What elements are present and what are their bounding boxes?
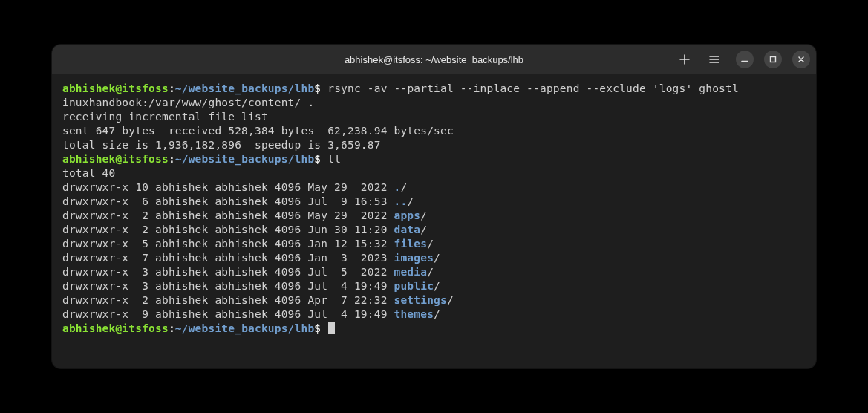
svg-rect-0: [771, 57, 776, 62]
prompt-dollar: $: [314, 82, 321, 94]
file-stat: drwxrwxr-x 9 abhishek abhishek 4096 Jul …: [62, 308, 394, 320]
titlebar-left-controls: [678, 53, 721, 66]
output-line: receiving incremental file list: [62, 110, 806, 124]
output-line: total size is 1,936,182,896 speedup is 3…: [62, 138, 806, 152]
prompt-path: ~/website_backups/lhb: [175, 82, 315, 94]
file-stat: drwxrwxr-x 2 abhishek abhishek 4096 Jun …: [62, 224, 394, 235]
command-line: abhishek@itsfoss:~/website_backups/lhb$ …: [62, 152, 806, 166]
file-stat: drwxrwxr-x 3 abhishek abhishek 4096 Jul …: [62, 266, 394, 278]
list-item: drwxrwxr-x 5 abhishek abhishek 4096 Jan …: [62, 237, 806, 251]
file-name: themes: [394, 308, 434, 320]
list-item: drwxrwxr-x 10 abhishek abhishek 4096 May…: [62, 181, 806, 195]
new-tab-button[interactable]: [678, 53, 691, 66]
prompt-user-host: abhishek@itsfoss: [62, 153, 169, 165]
maximize-icon: [769, 55, 777, 64]
file-suffix: /: [400, 181, 407, 193]
command-line: abhishek@itsfoss:~/website_backups/lhb$: [62, 322, 806, 336]
file-suffix: /: [407, 195, 414, 207]
list-item: drwxrwxr-x 2 abhishek abhishek 4096 Jun …: [62, 223, 806, 237]
terminal-window: abhishek@itsfoss: ~/website_backups/lhb …: [52, 45, 816, 368]
command-wrap: inuxhandbook:/var/www/ghost/content/ .: [62, 96, 806, 110]
file-name: ..: [394, 195, 408, 207]
file-suffix: /: [420, 209, 427, 221]
list-item: drwxrwxr-x 9 abhishek abhishek 4096 Jul …: [62, 308, 806, 322]
plus-icon: [679, 53, 691, 65]
prompt-user-host: abhishek@itsfoss: [62, 322, 169, 334]
cursor: [328, 322, 335, 334]
command-text: rsync -av --partial --inplace --append -…: [321, 82, 739, 94]
hamburger-icon: [708, 53, 720, 65]
prompt-sep: :: [169, 153, 175, 165]
file-name: public: [394, 280, 434, 292]
file-suffix: /: [434, 308, 440, 320]
file-name: settings: [394, 294, 447, 306]
prompt-path: ~/website_backups/lhb: [175, 153, 315, 165]
prompt-user-host: abhishek@itsfoss: [62, 82, 169, 94]
list-item: drwxrwxr-x 3 abhishek abhishek 4096 Jul …: [62, 265, 806, 279]
file-stat: drwxrwxr-x 10 abhishek abhishek 4096 May…: [62, 181, 394, 193]
list-item: drwxrwxr-x 2 abhishek abhishek 4096 Apr …: [62, 293, 806, 308]
list-item: drwxrwxr-x 3 abhishek abhishek 4096 Jul …: [62, 279, 806, 293]
maximize-button[interactable]: [764, 51, 782, 68]
file-stat: drwxrwxr-x 5 abhishek abhishek 4096 Jan …: [62, 238, 394, 250]
file-stat: drwxrwxr-x 2 abhishek abhishek 4096 Apr …: [62, 294, 394, 306]
file-suffix: /: [420, 224, 427, 235]
command-text: ll: [321, 153, 341, 165]
window-controls: [736, 51, 810, 68]
file-suffix: /: [434, 252, 440, 264]
output-line: total 40: [62, 166, 806, 181]
terminal-output[interactable]: abhishek@itsfoss:~/website_backups/lhb$ …: [52, 74, 816, 368]
file-stat: drwxrwxr-x 6 abhishek abhishek 4096 Jul …: [62, 195, 394, 207]
file-suffix: /: [427, 238, 434, 250]
file-name: data: [394, 224, 421, 235]
command-line: abhishek@itsfoss:~/website_backups/lhb$ …: [62, 82, 806, 96]
command-text: [321, 322, 327, 334]
minimize-icon: [740, 55, 749, 64]
close-button[interactable]: [792, 51, 810, 68]
list-item: drwxrwxr-x 2 abhishek abhishek 4096 May …: [62, 209, 806, 223]
file-stat: drwxrwxr-x 3 abhishek abhishek 4096 Jul …: [62, 280, 394, 292]
file-suffix: /: [447, 294, 454, 306]
prompt-dollar: $: [314, 322, 321, 334]
prompt-dollar: $: [314, 153, 321, 165]
file-suffix: /: [434, 280, 440, 292]
file-suffix: /: [427, 266, 434, 278]
list-item: drwxrwxr-x 7 abhishek abhishek 4096 Jan …: [62, 251, 806, 265]
prompt-sep: :: [169, 82, 175, 94]
file-stat: drwxrwxr-x 2 abhishek abhishek 4096 May …: [62, 209, 394, 221]
window-title: abhishek@itsfoss: ~/website_backups/lhb: [345, 54, 523, 65]
titlebar: abhishek@itsfoss: ~/website_backups/lhb: [52, 45, 816, 74]
prompt-sep: :: [169, 322, 175, 334]
close-icon: [797, 55, 806, 64]
file-name: images: [394, 252, 434, 264]
file-stat: drwxrwxr-x 7 abhishek abhishek 4096 Jan …: [62, 252, 394, 264]
minimize-button[interactable]: [736, 51, 754, 68]
output-line: sent 647 bytes received 528,384 bytes 62…: [62, 124, 806, 138]
prompt-path: ~/website_backups/lhb: [175, 322, 315, 334]
file-name: apps: [394, 209, 421, 221]
list-item: drwxrwxr-x 6 abhishek abhishek 4096 Jul …: [62, 195, 806, 209]
file-name: media: [394, 266, 428, 278]
file-name: files: [394, 238, 428, 250]
menu-button[interactable]: [708, 53, 721, 66]
